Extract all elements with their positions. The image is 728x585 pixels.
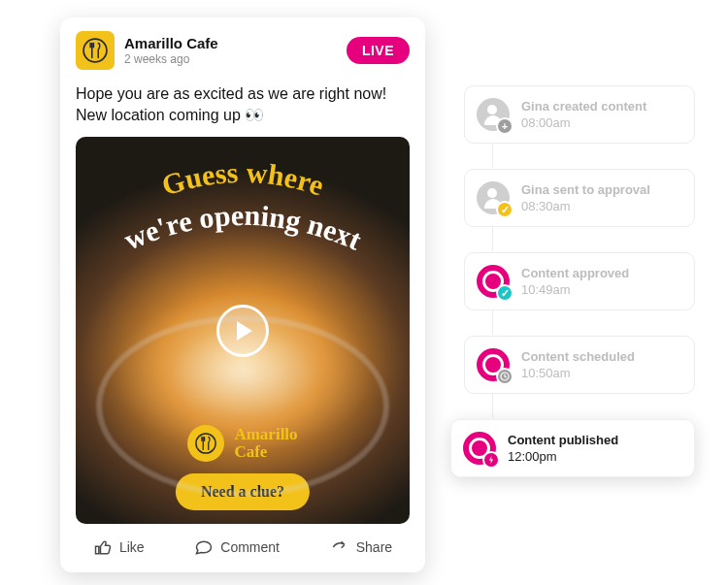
share-button[interactable]: Share bbox=[320, 534, 402, 561]
like-button[interactable]: Like bbox=[83, 534, 154, 561]
timeline-title: Content approved bbox=[521, 266, 629, 280]
live-badge: LIVE bbox=[347, 37, 410, 64]
check-icon: ✓ bbox=[496, 284, 513, 302]
page-name[interactable]: Amarillo Cafe bbox=[124, 35, 347, 51]
fork-spoon-icon bbox=[83, 38, 108, 63]
avatar-icon: ✓ bbox=[477, 181, 510, 214]
timeline-title: Content published bbox=[508, 433, 618, 447]
brand-icon bbox=[463, 432, 496, 465]
comment-label: Comment bbox=[220, 539, 280, 555]
post-media[interactable]: Guess where we're opening next Amarillo … bbox=[76, 137, 410, 524]
like-label: Like bbox=[119, 539, 145, 555]
brand-icon: ✓ bbox=[477, 265, 510, 298]
share-label: Share bbox=[356, 539, 392, 555]
post-actions-bar: Like Comment Share bbox=[60, 524, 425, 572]
svg-point-3 bbox=[196, 434, 215, 453]
timeline-item-published[interactable]: Content published 12:00pm bbox=[450, 419, 695, 477]
brand-icon bbox=[477, 348, 510, 381]
page-avatar[interactable] bbox=[76, 31, 115, 70]
svg-point-0 bbox=[83, 39, 107, 62]
post-header: Amarillo Cafe 2 weeks ago LIVE bbox=[60, 17, 425, 80]
timeline-title: Gina sent to approval bbox=[521, 182, 650, 197]
timeline-title: Content scheduled bbox=[521, 349, 635, 364]
avatar-icon: + bbox=[477, 98, 510, 131]
social-post-card: Amarillo Cafe 2 weeks ago LIVE Hope you … bbox=[60, 17, 425, 572]
plus-icon: + bbox=[496, 117, 513, 135]
like-icon bbox=[93, 537, 113, 557]
share-icon bbox=[330, 537, 349, 557]
post-header-meta: Amarillo Cafe 2 weeks ago bbox=[124, 35, 347, 66]
svg-text:we're opening next: we're opening next bbox=[119, 199, 367, 256]
comment-button[interactable]: Comment bbox=[184, 534, 289, 561]
timeline-item-scheduled[interactable]: Content scheduled 10:50am bbox=[464, 336, 695, 394]
timeline-time: 08:30am bbox=[521, 199, 650, 213]
post-body-text: Hope you are as excited as we are right … bbox=[60, 80, 425, 137]
play-button[interactable] bbox=[216, 305, 269, 357]
media-brand-row: Amarillo Cafe bbox=[76, 425, 410, 462]
timeline-title: Gina created content bbox=[521, 99, 646, 114]
clock-icon bbox=[496, 368, 513, 385]
workflow-timeline: + Gina created content 08:00am ✓ Gina se… bbox=[464, 85, 695, 503]
timeline-item-created[interactable]: + Gina created content 08:00am bbox=[464, 85, 695, 144]
brand-logo-icon bbox=[187, 425, 224, 462]
media-brand-name: Amarillo Cafe bbox=[234, 426, 297, 461]
clue-button[interactable]: Need a clue? bbox=[176, 473, 310, 510]
timeline-item-approved[interactable]: ✓ Content approved 10:49am bbox=[464, 252, 695, 310]
check-icon: ✓ bbox=[496, 201, 513, 218]
timeline-time: 08:00am bbox=[521, 115, 646, 130]
timeline-item-sent-approval[interactable]: ✓ Gina sent to approval 08:30am bbox=[464, 169, 695, 227]
timeline-time: 10:49am bbox=[521, 282, 629, 297]
bolt-icon bbox=[482, 451, 500, 469]
comment-icon bbox=[194, 537, 214, 557]
timeline-time: 12:00pm bbox=[508, 449, 618, 464]
media-overlay-text: Guess where we're opening next bbox=[76, 148, 410, 304]
timeline-time: 10:50am bbox=[521, 366, 635, 380]
svg-text:Guess where: Guess where bbox=[158, 156, 328, 202]
post-timestamp: 2 weeks ago bbox=[124, 52, 347, 66]
